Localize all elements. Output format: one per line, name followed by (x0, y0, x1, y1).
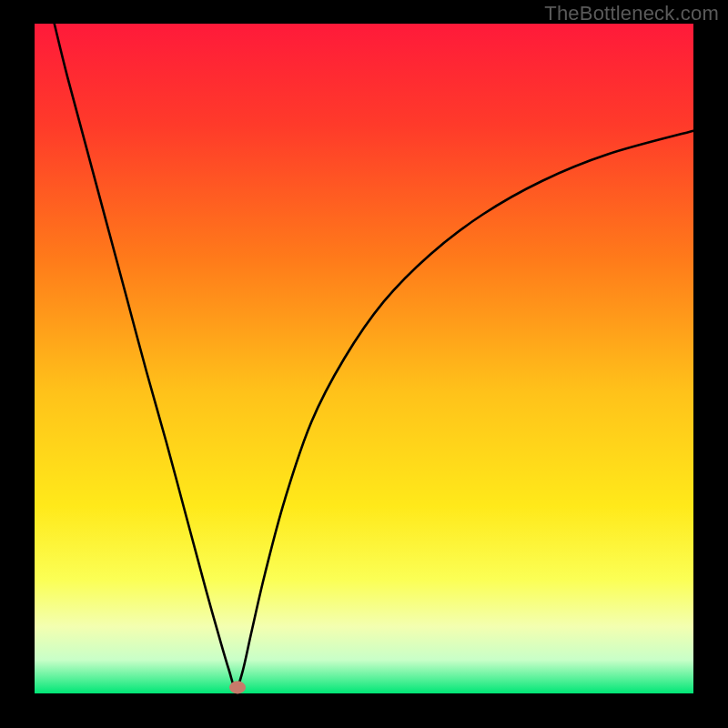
chart-frame: TheBottleneck.com (0, 0, 728, 728)
curve-marker (229, 681, 246, 693)
plot-background (35, 24, 693, 693)
watermark-label: TheBottleneck.com (544, 2, 719, 25)
chart-canvas (0, 0, 728, 728)
